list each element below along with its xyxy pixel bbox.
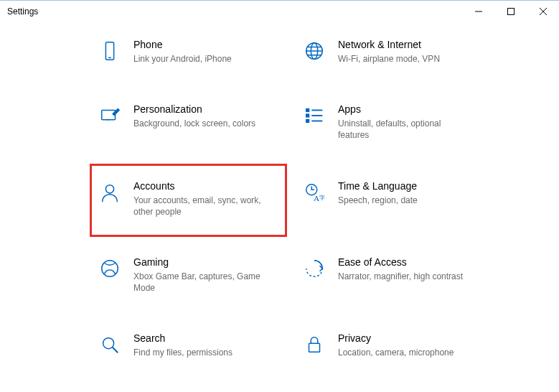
tile-desc: Background, lock screen, colors [133,118,270,129]
xbox-icon [98,256,122,294]
tile-desc: Find my files, permissions [133,347,270,358]
minimize-button[interactable] [462,1,494,22]
lock-icon [302,332,327,358]
svg-point-14 [105,185,113,192]
tile-desc: Uninstall, defaults, optional features [338,118,474,141]
svg-rect-12 [306,120,309,123]
svg-rect-0 [507,9,514,15]
tile-accounts[interactable]: Accounts Your accounts, email, sync, wor… [93,167,283,233]
tile-title: Search [133,332,279,344]
ease-of-access-icon [302,256,327,294]
tile-desc: Location, camera, microphone [338,347,474,358]
time-language-icon: A字 [302,180,327,218]
svg-rect-1 [105,42,113,60]
tile-title: Phone [133,39,279,50]
tile-title: Gaming [133,256,279,268]
phone-icon [98,39,122,65]
svg-rect-8 [306,109,309,112]
window-title: Settings [7,6,38,17]
tile-desc: Xbox Game Bar, captures, Game Mode [133,271,270,294]
tile-desc: Speech, region, date [338,195,474,206]
tile-privacy[interactable]: Privacy Location, camera, microphone [298,327,488,364]
tile-ease-of-access[interactable]: Ease of Access Narrator, magnifier, high… [298,251,488,299]
tile-network[interactable]: Network & Internet Wi-Fi, airplane mode,… [298,33,488,70]
tile-title: Privacy [338,332,484,344]
svg-line-20 [113,347,118,353]
close-button[interactable] [527,1,559,22]
tile-desc: Narrator, magnifier, high contrast [338,271,474,282]
person-icon [98,180,122,218]
tile-title: Accounts [133,180,279,192]
tile-gaming[interactable]: Gaming Xbox Game Bar, captures, Game Mod… [93,251,283,299]
tile-title: Network & Internet [338,39,484,50]
list-icon [302,103,327,141]
svg-point-19 [103,338,114,349]
tile-search[interactable]: Search Find my files, permissions [93,327,283,364]
tile-time-language[interactable]: A字 Time & Language Speech, region, date [298,174,488,223]
tile-title: Personalization [133,103,279,115]
search-icon [98,332,122,358]
svg-text:字: 字 [319,194,325,201]
titlebar: Settings [0,1,559,22]
paintbrush-icon [98,103,122,141]
settings-grid: Phone Link your Android, iPhone Network … [93,22,538,365]
globe-icon [302,39,327,65]
tile-phone[interactable]: Phone Link your Android, iPhone [93,33,283,70]
tile-apps[interactable]: Apps Uninstall, defaults, optional featu… [298,98,488,146]
svg-rect-10 [306,114,309,117]
svg-rect-21 [309,343,320,352]
maximize-button[interactable] [494,1,527,22]
tile-title: Apps [338,103,484,115]
tile-desc: Your accounts, email, sync, work, other … [133,195,270,218]
tile-title: Ease of Access [338,256,484,268]
window-controls [462,1,559,22]
tile-desc: Wi-Fi, airplane mode, VPN [338,53,474,65]
tile-title: Time & Language [338,180,484,192]
svg-point-18 [102,261,118,277]
tile-personalization[interactable]: Personalization Background, lock screen,… [93,98,283,146]
tile-desc: Link your Android, iPhone [133,53,270,65]
